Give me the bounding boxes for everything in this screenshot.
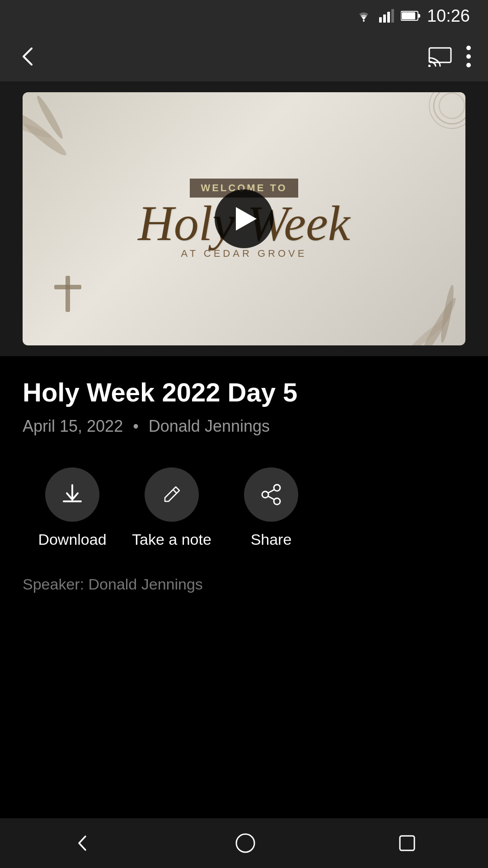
svg-rect-2 [383,14,386,23]
share-action: Share [221,467,321,548]
share-icon [259,482,283,507]
back-button[interactable] [16,45,40,68]
svg-point-0 [363,20,365,22]
download-action: Download [23,467,122,548]
svg-rect-7 [418,14,420,18]
svg-rect-1 [379,17,382,23]
svg-point-11 [466,54,471,59]
play-icon [236,207,257,231]
nav-recent-icon [397,833,417,853]
sermon-title: Holy Week 2022 Day 5 [23,378,465,407]
sermon-meta: April 15, 2022 • Donald Jennings [23,417,465,436]
svg-point-25 [262,491,268,498]
meta-separator: • [133,417,139,435]
speaker-info: Speaker: Donald Jennings [23,576,465,593]
svg-point-12 [466,63,471,67]
video-thumbnail[interactable]: WELCOME TO Holy Week AT CEDAR GROVE [23,92,465,345]
note-action: Take a note [122,467,221,548]
status-time: 10:26 [427,6,470,26]
download-icon [60,482,84,507]
cross-decoration [54,276,81,318]
content-area: Holy Week 2022 Day 5 April 15, 2022 • Do… [0,356,488,611]
nav-home-button[interactable] [235,833,256,854]
cast-button[interactable] [428,46,452,67]
app-bar-right [428,45,472,68]
download-button[interactable] [45,467,99,522]
app-bar-left [16,45,40,68]
back-icon [16,45,40,68]
video-container: WELCOME TO Holy Week AT CEDAR GROVE [0,81,488,356]
cedar-grove-subtitle: AT CEDAR GROVE [181,248,307,259]
svg-rect-6 [402,12,415,19]
status-icons: 10:26 [355,6,470,26]
more-options-button[interactable] [465,45,472,68]
svg-line-28 [268,496,274,500]
actions-row: Download Take a note [23,467,465,548]
battery-icon [401,9,421,22]
signal-icon [379,9,394,23]
nav-home-icon [235,833,256,854]
more-icon [465,45,472,68]
svg-rect-3 [387,12,390,23]
cast-icon [428,46,452,67]
sermon-speaker-short: Donald Jennings [149,417,270,435]
nav-back-button[interactable] [71,832,94,854]
download-label: Download [38,531,106,548]
svg-line-27 [268,490,274,493]
note-label: Take a note [132,531,211,548]
note-button[interactable] [145,467,199,522]
sermon-date: April 15, 2022 [23,417,123,435]
svg-rect-22 [66,276,70,312]
svg-point-10 [466,46,471,50]
nav-back-icon [71,832,94,854]
pencil-icon [160,483,183,506]
bottom-nav [0,818,488,868]
svg-rect-30 [400,836,414,850]
share-label: Share [251,531,292,548]
svg-point-9 [428,65,431,67]
svg-rect-8 [429,48,451,62]
svg-point-29 [236,834,254,852]
play-button[interactable] [215,189,273,248]
svg-rect-23 [54,285,81,289]
share-button[interactable] [244,467,298,522]
svg-rect-4 [391,9,394,23]
wifi-icon [355,9,373,23]
nav-recent-button[interactable] [397,833,417,853]
status-bar: 10:26 [0,0,488,32]
app-bar [0,32,488,81]
